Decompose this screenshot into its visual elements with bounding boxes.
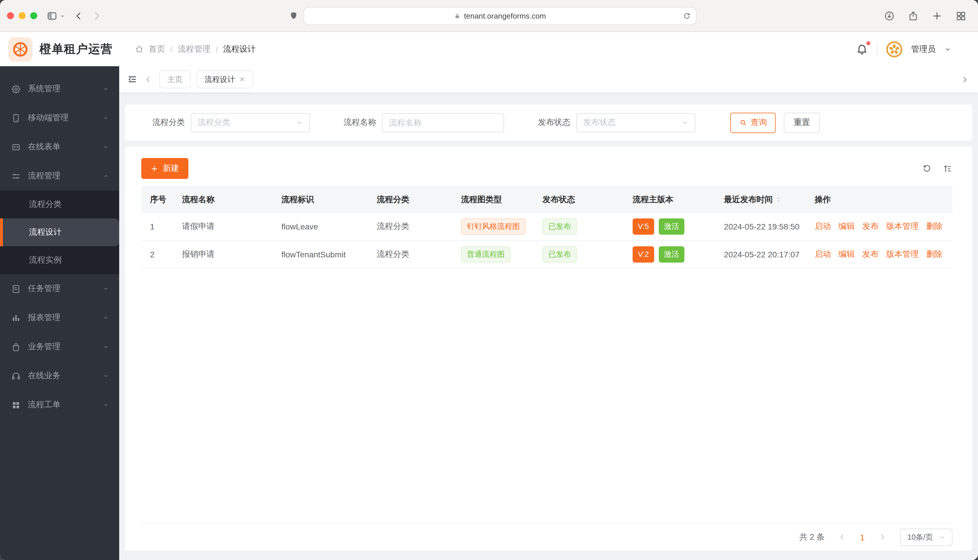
sidebar-item-6[interactable]: 业务管理 [0,332,119,361]
cell-actions: 启动编辑发布版本管理删除 [806,240,953,268]
tab-overview-icon[interactable] [955,10,966,21]
form-icon [11,142,21,152]
minimize-window-button[interactable] [18,12,25,19]
sidebar-item-3[interactable]: 流程管理 [0,162,119,190]
filter-status-placeholder: 发布状态 [583,117,616,128]
tabs-scroll-right-icon[interactable] [961,75,969,83]
column-header-0: 序号 [141,186,173,213]
column-header-label: 流程名称 [182,194,214,205]
forward-button-icon[interactable] [92,11,102,21]
column-header-label: 最近发布时间 [724,194,773,205]
app-title: 橙单租户运营 [40,41,113,57]
filter-category-select[interactable]: 流程分类 [191,113,310,132]
bag-icon [11,342,21,352]
column-header-4: 流程图类型 [452,186,534,213]
sidebar-item-0[interactable]: 系统管理 [0,74,119,103]
sidebar-subitem-label: 流程设计 [29,227,62,238]
lock-icon [454,12,460,20]
search-icon [739,118,747,127]
refresh-icon[interactable] [922,163,932,173]
row-action-4[interactable]: 删除 [926,222,943,231]
address-bar[interactable]: tenant.orangeforms.com [304,7,697,25]
filter-name-field [382,113,504,132]
filter-name-input[interactable] [389,118,497,127]
column-settings-icon[interactable] [943,163,953,173]
user-menu-chevron-down-icon[interactable] [944,46,951,53]
diagram-type-tag: 普通流程图 [461,246,510,262]
cell-process-name: 请假申请 [173,213,273,240]
tab-bar: 主页流程设计 [119,66,978,92]
sidebar-toggle-icon[interactable] [47,10,58,21]
share-icon[interactable] [908,10,919,21]
sidebar-item-7[interactable]: 在线业务 [0,361,119,390]
sidebar-item-1[interactable]: 移动端管理 [0,103,119,132]
row-action-1[interactable]: 编辑 [838,249,855,258]
sidebar-item-5[interactable]: 报表管理 [0,303,119,332]
sidebar-item-4[interactable]: 任务管理 [0,274,119,303]
filter-status-select[interactable]: 发布状态 [576,113,695,132]
zoom-window-button[interactable] [30,12,37,19]
chevron-down-icon [102,85,109,92]
row-action-1[interactable]: 编辑 [838,222,855,231]
row-action-3[interactable]: 版本管理 [886,222,919,231]
url-text: tenant.orangeforms.com [464,11,546,20]
bell-icon [856,43,868,55]
sidebar-chevron-down-icon[interactable] [59,12,66,19]
new-tab-icon[interactable] [931,10,943,21]
pagination-prev-icon[interactable] [838,533,846,541]
sidebar-item-8[interactable]: 流程工单 [0,390,119,419]
sidebar-submenu: 流程分类流程设计流程实例 [0,190,119,274]
notifications-button[interactable] [856,43,868,55]
tab-1[interactable]: 流程设计 [197,70,254,88]
row-action-4[interactable]: 删除 [926,249,943,258]
column-header-7[interactable]: 最近发布时间 [715,186,806,213]
row-action-3[interactable]: 版本管理 [886,249,919,258]
select-chevron-down-icon [296,119,303,126]
tab-0[interactable]: 主页 [159,70,191,88]
tabs-scroll-left-icon[interactable] [144,75,152,83]
query-button[interactable]: 查询 [730,112,776,133]
chevron-down-icon [102,343,109,350]
tab-list-icon[interactable] [127,74,137,84]
downloads-icon[interactable] [884,10,895,21]
back-button-icon[interactable] [74,11,84,21]
reset-button[interactable]: 重置 [784,112,820,133]
reload-icon[interactable] [683,12,691,20]
column-header-8: 操作 [806,186,953,213]
header-divider [877,42,878,56]
breadcrumb-home[interactable]: 首页 [149,44,165,54]
sidebar-subitem-2[interactable]: 流程实例 [0,246,119,274]
breadcrumb-section[interactable]: 流程管理 [178,44,211,54]
plus-icon [150,165,158,172]
row-action-0[interactable]: 启动 [814,222,831,231]
column-header-label: 流程分类 [377,194,410,205]
sort-caret-icon[interactable] [775,195,781,205]
tab-close-icon[interactable] [239,76,246,82]
avatar[interactable] [886,41,903,57]
row-action-2[interactable]: 发布 [862,249,879,258]
page-size-select[interactable]: 10条/页 [900,528,953,546]
pagination-page-1[interactable]: 1 [860,532,864,542]
chevron-down-icon [102,402,109,408]
cell-process-key: flowLeave [273,213,368,240]
sidebar-item-2[interactable]: 在线表单 [0,132,119,162]
row-action-2[interactable]: 发布 [862,222,879,231]
row-action-0[interactable]: 启动 [814,249,831,258]
table-header-row: 序号流程名称流程标识流程分类流程图类型发布状态流程主版本最近发布时间操作 [141,186,953,213]
sidebar-item-label: 在线业务 [28,371,102,381]
cell-category: 流程分类 [368,240,452,268]
cell-publish-status: 已发布 [534,240,624,268]
column-header-3: 流程分类 [368,186,452,213]
pagination-next-icon[interactable] [879,533,886,541]
cell-process-key: flowTenantSubmit [273,240,368,268]
privacy-shield-icon[interactable] [289,11,298,20]
browser-window: tenant.orangeforms.com 橙单租户运营 首页 / 流程管理 … [0,0,978,560]
table-row: 2报销申请flowTenantSubmit流程分类普通流程图已发布V:2激活20… [141,240,953,268]
close-window-button[interactable] [7,12,14,19]
sidebar-subitem-0[interactable]: 流程分类 [0,190,119,218]
sidebar-subitem-1[interactable]: 流程设计 [0,218,119,246]
tab-label: 流程设计 [205,74,235,85]
app-logo [8,37,33,61]
user-name[interactable]: 管理员 [911,44,936,54]
create-button[interactable]: 新建 [141,158,188,179]
